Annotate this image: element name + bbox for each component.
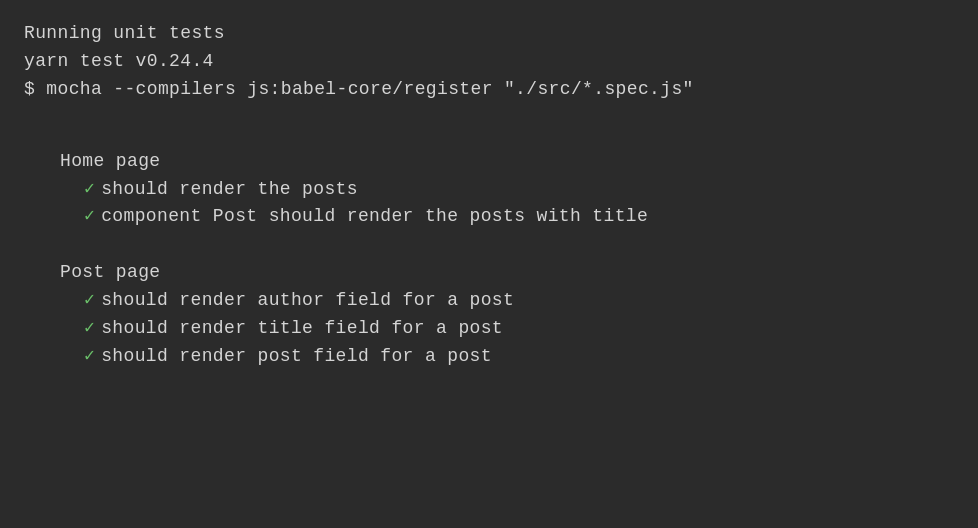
test-post-2: ✓should render title field for a post [24,315,954,343]
test-post-3: ✓should render post field for a post [24,343,954,371]
checkmark-icon-2: ✓ [84,203,95,231]
checkmark-icon-3: ✓ [84,287,95,315]
test-post-2-text: should render title field for a post [101,315,503,343]
suite-home-page-label: Home page [24,148,954,176]
header-line-2: yarn test v0.24.4 [24,48,954,76]
checkmark-icon-5: ✓ [84,343,95,371]
spacer-1 [24,112,954,148]
header-section: Running unit tests yarn test v0.24.4 $ m… [24,20,954,104]
test-post-1-text: should render author field for a post [101,287,514,315]
checkmark-icon-1: ✓ [84,176,95,204]
test-home-2-text: component Post should render the posts w… [101,203,648,231]
terminal-window: Running unit tests yarn test v0.24.4 $ m… [0,0,978,528]
test-post-1: ✓should render author field for a post [24,287,954,315]
checkmark-icon-4: ✓ [84,315,95,343]
suite-post-page-label: Post page [24,259,954,287]
test-home-1: ✓should render the posts [24,176,954,204]
test-home-2: ✓component Post should render the posts … [24,203,954,231]
spacer-2 [24,231,954,259]
header-line-1: Running unit tests [24,20,954,48]
header-line-3: $ mocha --compilers js:babel-core/regist… [24,76,954,104]
test-home-1-text: should render the posts [101,176,358,204]
test-post-3-text: should render post field for a post [101,343,492,371]
